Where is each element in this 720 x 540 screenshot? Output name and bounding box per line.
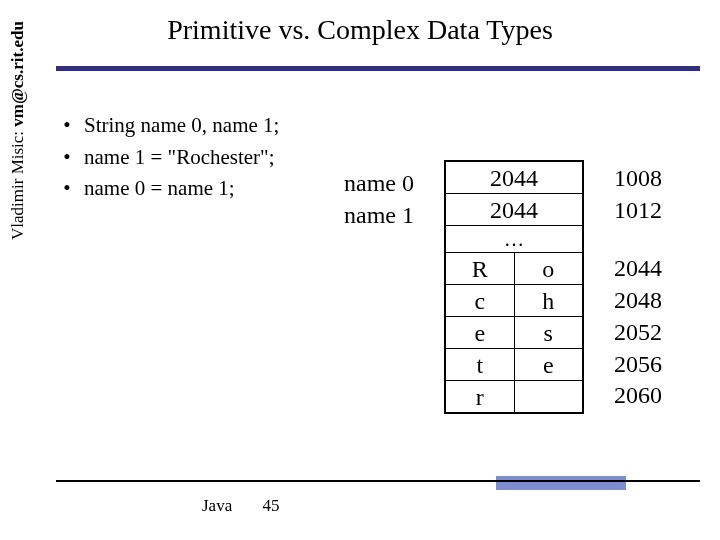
mem-cell: 2044 [445, 161, 583, 194]
bullet-text: String name 0, name 1; [84, 110, 279, 142]
mem-cell: e [514, 349, 583, 381]
author-sidebar: Vladimir Misic: vm@cs.rit.edu [8, 21, 28, 240]
bullet-dot-icon: • [60, 110, 74, 142]
table-row: 2044 [445, 161, 583, 194]
bullet-item: • String name 0, name 1; [60, 110, 279, 142]
author-name: Vladimir Misic: [8, 131, 27, 240]
mem-cell [514, 381, 583, 414]
table-row: te [445, 349, 583, 381]
mem-cell: e [445, 317, 514, 349]
address-column: 1008 1012 2044 2048 2052 2056 2060 [614, 163, 662, 412]
mem-cell: o [514, 253, 583, 285]
mem-cell: h [514, 285, 583, 317]
footer: Java 45 [202, 496, 279, 516]
table-row: es [445, 317, 583, 349]
table-row: Ro [445, 253, 583, 285]
addr-value: 1012 [614, 195, 662, 227]
table-row: 2044 [445, 194, 583, 226]
mem-cell: s [514, 317, 583, 349]
table-row: … [445, 226, 583, 253]
bullet-dot-icon: • [60, 173, 74, 205]
mem-cell: 2044 [445, 194, 583, 226]
author-email: vm@cs.rit.edu [8, 21, 27, 127]
addr-value: 2056 [614, 349, 662, 381]
var-label-name0: name 0 [344, 168, 414, 200]
table-row: r [445, 381, 583, 414]
bullet-text: name 0 = name 1; [84, 173, 235, 205]
footer-accent [496, 476, 626, 490]
addr-value: 2044 [614, 253, 662, 285]
memory-table: 2044 2044 … Ro ch es te r [444, 160, 584, 414]
page-number: 45 [262, 496, 279, 516]
bullet-dot-icon: • [60, 142, 74, 174]
mem-cell: r [445, 381, 514, 414]
title-rule [56, 66, 700, 71]
bullet-list: • String name 0, name 1; • name 1 = "Roc… [60, 110, 279, 205]
table-row: ch [445, 285, 583, 317]
slide-title: Primitive vs. Complex Data Types [0, 0, 720, 58]
mem-cell: t [445, 349, 514, 381]
addr-value: 2048 [614, 285, 662, 317]
mem-cell: R [445, 253, 514, 285]
mem-cell: c [445, 285, 514, 317]
var-label-name1: name 1 [344, 200, 414, 232]
addr-value: 1008 [614, 163, 662, 195]
footer-label: Java [202, 496, 232, 515]
footer-rule [56, 480, 700, 482]
ellipsis-icon: … [445, 226, 583, 253]
variable-labels: name 0 name 1 [344, 168, 414, 231]
bullet-item: • name 0 = name 1; [60, 173, 279, 205]
bullet-text: name 1 = "Rochester"; [84, 142, 275, 174]
addr-value: 2052 [614, 317, 662, 349]
bullet-item: • name 1 = "Rochester"; [60, 142, 279, 174]
addr-value: 2060 [614, 380, 662, 412]
addr-gap [614, 227, 662, 253]
